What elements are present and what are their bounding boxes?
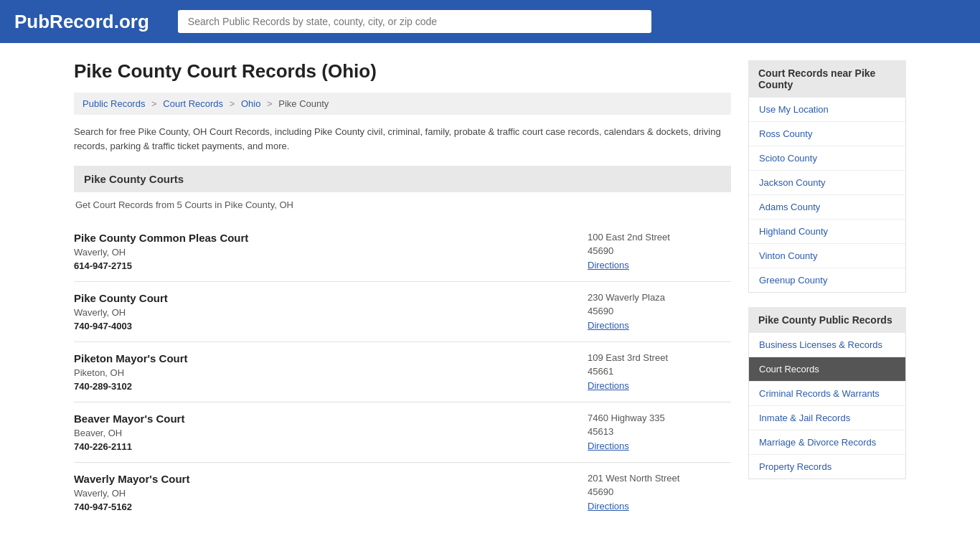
court-directions-0[interactable]: Directions	[588, 259, 731, 270]
court-zip-0: 45690	[588, 245, 731, 256]
sidebar-nearby-item-6[interactable]: Vinton County	[749, 244, 905, 268]
sidebar-records-item-1[interactable]: Court Records	[749, 357, 905, 382]
court-directions-3[interactable]: Directions	[588, 440, 731, 451]
main-layout: Pike County Court Records (Ohio) Public …	[60, 43, 920, 540]
courts-section-sub: Get Court Records from 5 Courts in Pike …	[74, 199, 731, 210]
page-description: Search for free Pike County, OH Court Re…	[74, 125, 731, 153]
court-name-2: Piketon Mayor's Court	[74, 352, 188, 364]
court-entry: Beaver Mayor's Court Beaver, OH 740-226-…	[74, 402, 731, 463]
sidebar-nearby-item-0[interactable]: Use My Location	[749, 98, 905, 122]
court-left-3: Beaver Mayor's Court Beaver, OH 740-226-…	[74, 413, 184, 452]
court-phone-3: 740-226-2111	[74, 441, 184, 452]
court-phone-0: 614-947-2715	[74, 260, 248, 271]
court-right-0: 100 East 2nd Street 45690 Directions	[588, 232, 731, 271]
court-name-3: Beaver Mayor's Court	[74, 413, 184, 425]
header: PubRecord.org	[0, 0, 980, 43]
sidebar-nearby-item-1[interactable]: Ross County	[749, 122, 905, 146]
court-phone-4: 740-947-5162	[74, 501, 189, 512]
court-address-3: 7460 Highway 335	[588, 413, 731, 423]
sidebar-nearby-item-3[interactable]: Jackson County	[749, 171, 905, 195]
content-area: Pike County Court Records (Ohio) Public …	[74, 60, 731, 522]
breadcrumb-current: Pike County	[278, 98, 329, 109]
court-city-3: Beaver, OH	[74, 428, 184, 438]
court-city-0: Waverly, OH	[74, 247, 248, 258]
directions-link-1[interactable]: Directions	[588, 320, 629, 331]
sidebar-nearby-item-4[interactable]: Adams County	[749, 195, 905, 220]
sidebar-nearby-title: Court Records near Pike County	[748, 60, 906, 98]
breadcrumb-court-records[interactable]: Court Records	[163, 98, 223, 109]
search-input[interactable]	[178, 10, 651, 33]
court-directions-4[interactable]: Directions	[588, 500, 731, 512]
sidebar-records-item-5[interactable]: Property Records	[749, 455, 905, 479]
court-left-4: Waverly Mayor's Court Waverly, OH 740-94…	[74, 473, 189, 512]
court-entry: Pike County Court Waverly, OH 740-947-40…	[74, 282, 731, 342]
sidebar-records-item-3[interactable]: Inmate & Jail Records	[749, 406, 905, 430]
directions-link-0[interactable]: Directions	[588, 260, 629, 270]
court-city-1: Waverly, OH	[74, 307, 168, 318]
court-right-2: 109 East 3rd Street 45661 Directions	[588, 352, 731, 392]
breadcrumb: Public Records > Court Records > Ohio > …	[74, 93, 731, 115]
site-logo[interactable]: PubRecord.org	[14, 11, 149, 33]
page-title: Pike County Court Records (Ohio)	[74, 60, 731, 83]
court-entry: Pike County Common Pleas Court Waverly, …	[74, 222, 731, 282]
courts-section-header: Pike County Courts	[74, 166, 731, 192]
court-zip-2: 45661	[588, 366, 731, 377]
court-right-1: 230 Waverly Plaza 45690 Directions	[588, 292, 731, 331]
court-zip-1: 45690	[588, 306, 731, 316]
sidebar-records-title: Pike County Public Records	[748, 307, 906, 333]
sidebar-records-section: Pike County Public Records Business Lice…	[748, 307, 906, 479]
court-entry: Piketon Mayor's Court Piketon, OH 740-28…	[74, 342, 731, 402]
courts-list: Pike County Common Pleas Court Waverly, …	[74, 222, 731, 522]
sidebar-records-list: Business Licenses & RecordsCourt Records…	[748, 333, 906, 479]
court-name-1: Pike County Court	[74, 292, 168, 304]
court-address-0: 100 East 2nd Street	[588, 232, 731, 242]
court-city-4: Waverly, OH	[74, 488, 189, 499]
sidebar-records-item-0[interactable]: Business Licenses & Records	[749, 333, 905, 357]
sidebar-records-item-2[interactable]: Criminal Records & Warrants	[749, 382, 905, 406]
court-directions-2[interactable]: Directions	[588, 380, 731, 391]
court-left-0: Pike County Common Pleas Court Waverly, …	[74, 232, 248, 271]
breadcrumb-sep-1: >	[151, 98, 157, 109]
directions-link-4[interactable]: Directions	[588, 501, 629, 512]
breadcrumb-ohio[interactable]: Ohio	[241, 98, 260, 109]
breadcrumb-public-records[interactable]: Public Records	[83, 98, 145, 109]
sidebar-nearby-item-5[interactable]: Highland County	[749, 220, 905, 244]
court-entry: Waverly Mayor's Court Waverly, OH 740-94…	[74, 463, 731, 522]
directions-link-2[interactable]: Directions	[588, 380, 629, 391]
court-city-2: Piketon, OH	[74, 367, 188, 378]
court-directions-1[interactable]: Directions	[588, 319, 731, 331]
court-address-1: 230 Waverly Plaza	[588, 292, 731, 303]
court-right-3: 7460 Highway 335 45613 Directions	[588, 413, 731, 452]
sidebar-nearby-list: Use My LocationRoss CountyScioto CountyJ…	[748, 98, 906, 293]
court-zip-3: 45613	[588, 426, 731, 437]
sidebar-nearby-section: Court Records near Pike County Use My Lo…	[748, 60, 906, 293]
court-right-4: 201 West North Street 45690 Directions	[588, 473, 731, 512]
court-name-4: Waverly Mayor's Court	[74, 473, 189, 485]
court-left-1: Pike County Court Waverly, OH 740-947-40…	[74, 292, 168, 331]
breadcrumb-sep-3: >	[267, 98, 273, 109]
breadcrumb-sep-2: >	[230, 98, 235, 109]
sidebar-nearby-item-2[interactable]: Scioto County	[749, 146, 905, 171]
sidebar: Court Records near Pike County Use My Lo…	[748, 60, 906, 522]
court-left-2: Piketon Mayor's Court Piketon, OH 740-28…	[74, 352, 188, 392]
court-address-4: 201 West North Street	[588, 473, 731, 484]
directions-link-3[interactable]: Directions	[588, 441, 629, 451]
sidebar-records-item-4[interactable]: Marriage & Divorce Records	[749, 430, 905, 455]
court-phone-1: 740-947-4003	[74, 321, 168, 331]
courts-section: Pike County Courts Get Court Records fro…	[74, 166, 731, 522]
court-address-2: 109 East 3rd Street	[588, 352, 731, 363]
court-name-0: Pike County Common Pleas Court	[74, 232, 248, 244]
sidebar-nearby-item-7[interactable]: Greenup County	[749, 268, 905, 292]
court-zip-4: 45690	[588, 486, 731, 497]
court-phone-2: 740-289-3102	[74, 381, 188, 392]
